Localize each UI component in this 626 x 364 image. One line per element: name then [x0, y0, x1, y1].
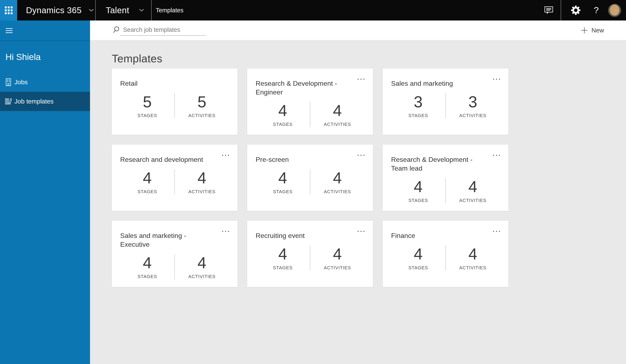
- card-title: Research & Development - Engineer: [256, 79, 364, 97]
- stages-label: STAGES: [138, 274, 157, 279]
- help-icon: ?: [594, 5, 599, 15]
- topbar-actions: ?: [542, 0, 626, 21]
- activities-count: 4: [197, 254, 206, 271]
- hamburger-icon: [6, 28, 13, 29]
- top-navigation-bar: Dynamics 365 Talent Templates: [0, 0, 626, 21]
- more-options-icon[interactable]: [357, 153, 365, 157]
- help-button[interactable]: ?: [590, 0, 602, 21]
- stages-label: STAGES: [273, 265, 293, 270]
- user-avatar[interactable]: [608, 4, 621, 17]
- templates-grid: Retail 5STAGES 5ACTIVITIES Research & De…: [112, 68, 508, 287]
- sidebar-item-label: Jobs: [14, 79, 28, 86]
- stages-label: STAGES: [138, 113, 157, 118]
- card-stats: 4STAGES 4ACTIVITIES: [256, 245, 364, 272]
- template-card-sales-marketing-executive[interactable]: Sales and marketing - Executive 4STAGES …: [112, 221, 237, 287]
- card-stats: 4STAGES 4ACTIVITIES: [256, 102, 364, 129]
- stages-count: 4: [278, 169, 287, 187]
- stages-count: 4: [414, 245, 423, 263]
- stages-count: 3: [414, 93, 423, 110]
- app-name-label: Dynamics 365: [26, 5, 82, 15]
- activities-label: ACTIVITIES: [324, 189, 351, 195]
- sidebar-top-zone: [0, 21, 90, 41]
- card-stats: 4STAGES 4ACTIVITIES: [120, 169, 229, 196]
- card-stats: 4STAGES 4ACTIVITIES: [256, 169, 364, 196]
- template-card-finance[interactable]: Finance 4STAGES 4ACTIVITIES: [383, 221, 508, 287]
- chevron-down-icon: [139, 9, 144, 12]
- activities-label: ACTIVITIES: [324, 265, 351, 270]
- sidebar-nav: Jobs Job templates: [0, 72, 90, 111]
- current-page-label: Templates: [156, 7, 183, 14]
- chevron-down-icon: [89, 9, 94, 12]
- sidebar-item-label: Job templates: [14, 98, 54, 105]
- activities-label: ACTIVITIES: [189, 113, 216, 118]
- settings-button[interactable]: [568, 0, 583, 21]
- page-toolbar: New: [90, 21, 626, 40]
- sidebar-item-job-templates[interactable]: Job templates: [0, 92, 90, 111]
- stages-label: STAGES: [408, 265, 428, 270]
- hamburger-menu-button[interactable]: [5, 27, 13, 34]
- card-title: Sales and marketing - Executive: [120, 231, 229, 249]
- activities-count: 4: [468, 178, 477, 195]
- stages-count: 4: [278, 245, 287, 263]
- template-card-rd-team-lead[interactable]: Research & Development - Team lead 4STAG…: [383, 145, 508, 211]
- card-title: Research and development: [120, 155, 229, 164]
- activities-label: ACTIVITIES: [459, 113, 487, 118]
- left-sidebar: Hi Shiela Jobs: [0, 21, 90, 364]
- more-options-icon[interactable]: [493, 153, 500, 157]
- template-card-rd-engineer[interactable]: Research & Development - Engineer 4STAGE…: [247, 68, 373, 135]
- stages-count: 4: [143, 254, 152, 271]
- feedback-icon: [544, 6, 553, 15]
- stages-count: 4: [143, 169, 152, 187]
- stages-count: 5: [143, 93, 152, 110]
- card-stats: 3STAGES 3ACTIVITIES: [391, 93, 500, 120]
- card-stats: 5STAGES 5ACTIVITIES: [120, 93, 229, 120]
- activities-count: 4: [333, 102, 342, 119]
- user-greeting: Hi Shiela: [5, 52, 90, 62]
- building-icon: [5, 78, 12, 86]
- activities-count: 4: [468, 245, 477, 263]
- search-icon: [112, 26, 120, 34]
- module-name-label: Talent: [106, 5, 129, 15]
- card-title: Recruiting event: [256, 231, 364, 240]
- template-card-research-development[interactable]: Research and development 4STAGES 4ACTIVI…: [112, 145, 237, 211]
- sidebar-item-jobs[interactable]: Jobs: [0, 72, 90, 92]
- card-title: Pre-screen: [256, 155, 364, 164]
- template-card-retail[interactable]: Retail 5STAGES 5ACTIVITIES: [112, 68, 237, 135]
- more-options-icon[interactable]: [493, 230, 500, 233]
- activities-label: ACTIVITIES: [459, 265, 487, 270]
- template-card-recruiting-event[interactable]: Recruiting event 4STAGES 4ACTIVITIES: [247, 221, 373, 287]
- stages-label: STAGES: [273, 122, 293, 127]
- activities-label: ACTIVITIES: [189, 274, 216, 279]
- breadcrumb: Templates: [152, 0, 183, 21]
- card-title: Finance: [391, 231, 500, 240]
- activities-count: 4: [333, 245, 342, 263]
- more-options-icon[interactable]: [222, 230, 230, 233]
- template-card-pre-screen[interactable]: Pre-screen 4STAGES 4ACTIVITIES: [247, 145, 373, 211]
- waffle-icon: [5, 6, 13, 14]
- search-input[interactable]: [120, 25, 206, 36]
- activities-count: 3: [468, 93, 477, 110]
- module-switcher-talent[interactable]: Talent: [96, 0, 151, 21]
- app-switcher-dynamics365[interactable]: Dynamics 365: [17, 0, 95, 21]
- page-title: Templates: [112, 52, 626, 65]
- stages-label: STAGES: [138, 189, 157, 195]
- more-options-icon[interactable]: [493, 77, 500, 81]
- stages-count: 4: [278, 102, 287, 119]
- main-content: Templates Retail 5STAGES 5ACTIVITIES Res…: [90, 40, 626, 364]
- card-stats: 4STAGES 4ACTIVITIES: [391, 245, 500, 272]
- more-options-icon[interactable]: [357, 230, 365, 233]
- template-card-sales-marketing[interactable]: Sales and marketing 3STAGES 3ACTIVITIES: [383, 68, 508, 135]
- topbar-divider: [561, 0, 561, 21]
- feedback-button[interactable]: [542, 0, 556, 21]
- new-template-button[interactable]: New: [581, 27, 604, 34]
- card-stats: 4STAGES 4ACTIVITIES: [120, 254, 229, 281]
- activities-count: 5: [197, 93, 206, 110]
- more-options-icon[interactable]: [222, 153, 230, 157]
- activities-label: ACTIVITIES: [324, 122, 351, 127]
- waffle-menu-button[interactable]: [0, 0, 17, 21]
- settings-gear-icon: [571, 5, 581, 15]
- more-options-icon[interactable]: [357, 77, 365, 81]
- plus-icon: [581, 27, 588, 34]
- activities-count: 4: [333, 169, 342, 187]
- stages-count: 4: [414, 178, 423, 195]
